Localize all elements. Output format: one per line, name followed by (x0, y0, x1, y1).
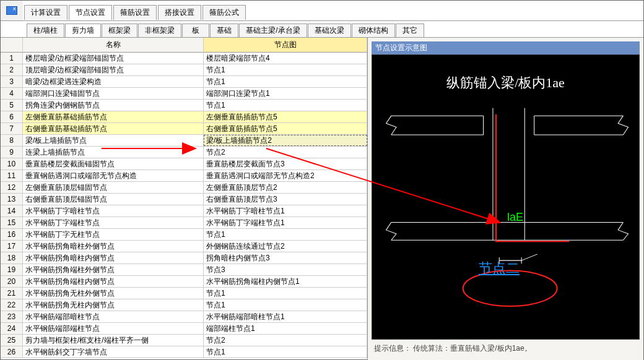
row-num: 24 (1, 323, 23, 334)
row-node[interactable]: 左侧垂直筋插筋节点5 (204, 111, 367, 122)
row-node[interactable]: 节点1 (204, 288, 367, 299)
table-row[interactable]: 9连梁上墙插筋节点节点2 (1, 147, 367, 158)
row-node[interactable]: 右侧垂直筋顶层节点3 (204, 194, 367, 205)
row-node[interactable]: 节点1 (204, 346, 367, 358)
table-row[interactable]: 22水平钢筋拐角无柱内侧节点节点1 (1, 299, 367, 311)
table-row[interactable]: 7右侧垂直筋基础插筋节点右侧垂直筋插筋节点5 (1, 123, 367, 135)
row-name: 水平钢筋端部暗柱节点 (23, 311, 204, 322)
row-name: 水平钢筋拐角无柱外侧节点 (23, 288, 204, 299)
row-name: 右侧垂直筋基础插筋节点 (23, 123, 204, 134)
row-node[interactable]: 垂直筋楼层变截面节点3 (204, 158, 367, 169)
window-icon[interactable] (1, 1, 23, 20)
table-row[interactable]: 24水平钢筋端部端柱节点端部端柱节点1 (1, 323, 367, 335)
sub-tab-3[interactable]: 非框架梁 (138, 24, 181, 37)
row-node[interactable]: 节点2 (204, 147, 367, 158)
table-row[interactable]: 1楼层暗梁/边框梁端部锚固节点楼层暗梁端部节点4 (1, 53, 367, 64)
table-row[interactable]: 16水平钢筋丁字无柱节点节点1 (1, 229, 367, 241)
sub-tab-1[interactable]: 剪力墙 (65, 24, 101, 37)
sub-tab-8[interactable]: 砌体结构 (352, 24, 395, 37)
row-node[interactable]: 水平钢筋丁字暗柱节点1 (204, 205, 367, 216)
main-tab-4[interactable]: 箍筋公式 (202, 5, 246, 20)
cad-drawing (372, 55, 639, 339)
table-row[interactable]: 17水平钢筋拐角暗柱外侧节点外侧钢筋连续通过节点2 (1, 241, 367, 252)
row-num: 17 (1, 241, 23, 252)
row-node[interactable]: 水平钢筋丁字端柱节点1 (204, 217, 367, 228)
row-node[interactable]: 左侧垂直筋顶层节点2 (204, 182, 367, 193)
sub-tab-9[interactable]: 其它 (396, 24, 424, 37)
row-num: 22 (1, 299, 23, 311)
row-node[interactable]: 端部洞口连梁节点1 (204, 88, 367, 99)
sub-tab-7[interactable]: 基础次梁 (308, 24, 351, 37)
table-row[interactable]: 8梁/板上墙插筋节点梁/板上墙插筋节点2 (1, 135, 367, 147)
row-node[interactable]: 拐角暗柱内侧节点3 (204, 252, 367, 264)
cad-title: 纵筋锚入梁/板内1ae (372, 74, 639, 92)
row-node[interactable]: 端部端柱节点1 (204, 323, 367, 334)
row-node[interactable]: 节点1 (204, 76, 367, 87)
row-num: 7 (1, 123, 23, 134)
table-row[interactable]: 14水平钢筋丁字暗柱节点水平钢筋丁字暗柱节点1 (1, 205, 367, 217)
row-node[interactable]: 外侧钢筋连续通过节点2 (204, 241, 367, 252)
table-row[interactable]: 26水平钢筋斜交丁字墙节点节点1 (1, 346, 367, 358)
node-table: 名称 节点图 1楼层暗梁/边框梁端部锚固节点楼层暗梁端部节点42顶层暗梁/边框梁… (1, 38, 368, 360)
main-tab-3[interactable]: 搭接设置 (158, 5, 201, 20)
row-num: 21 (1, 288, 23, 299)
row-node[interactable]: 楼层暗梁端部节点4 (204, 53, 367, 64)
row-num: 20 (1, 276, 23, 287)
row-name: 水平钢筋拐角端柱外侧节点 (23, 264, 204, 275)
table-row[interactable]: 18水平钢筋拐角暗柱内侧节点拐角暗柱内侧节点3 (1, 252, 367, 264)
row-name: 垂直筋楼层变截面锚固节点 (23, 158, 204, 169)
table-row[interactable]: 21水平钢筋拐角无柱外侧节点节点1 (1, 288, 367, 299)
row-num: 9 (1, 147, 23, 158)
table-row[interactable]: 11垂直钢筋遇洞口或端部无节点构造垂直筋遇洞口或端部无节点构造2 (1, 170, 367, 182)
row-name: 拐角连梁内侧钢筋节点 (23, 100, 204, 111)
main-tab-1[interactable]: 节点设置 (69, 5, 112, 20)
sub-tab-2[interactable]: 框架梁 (102, 24, 137, 37)
table-row[interactable]: 2顶层暗梁/边框梁端部锚固节点节点1 (1, 64, 367, 76)
svg-line-11 (521, 254, 537, 260)
table-row[interactable]: 6左侧垂直筋基础插筋节点左侧垂直筋插筋节点5 (1, 111, 367, 123)
row-num: 13 (1, 194, 23, 205)
table-row[interactable]: 20水平钢筋拐角端柱内侧节点水平钢筋拐角端柱内侧节点1 (1, 276, 367, 288)
row-num: 2 (1, 64, 23, 75)
row-name: 水平钢筋拐角端柱内侧节点 (23, 276, 204, 287)
row-num: 3 (1, 76, 23, 87)
table-row[interactable]: 13右侧垂直筋顶层锚固节点右侧垂直筋顶层节点3 (1, 194, 367, 205)
main-tab-2[interactable]: 箍筋设置 (113, 5, 157, 20)
main-tab-0[interactable]: 计算设置 (24, 5, 67, 20)
row-node[interactable]: 梁/板上墙插筋节点2 (204, 135, 367, 146)
row-node[interactable]: 垂直筋遇洞口或端部无节点构造2 (204, 170, 367, 181)
table-row[interactable]: 3暗梁/边框梁遇连梁构造节点1 (1, 76, 367, 88)
row-num: 1 (1, 53, 23, 64)
row-node[interactable]: 水平钢筋拐角端柱内侧节点1 (204, 276, 367, 287)
row-name: 水平钢筋丁字暗柱节点 (23, 205, 204, 216)
table-row[interactable]: 23水平钢筋端部暗柱节点水平钢筋端部暗柱节点1 (1, 311, 367, 323)
table-row[interactable]: 15水平钢筋丁字端柱节点水平钢筋丁字端柱节点1 (1, 217, 367, 229)
table-row[interactable]: 10垂直筋楼层变截面锚固节点垂直筋楼层变截面节点3 (1, 158, 367, 170)
row-node[interactable]: 节点1 (204, 299, 367, 311)
sub-tab-4[interactable]: 板 (182, 24, 209, 37)
cad-node2-link[interactable]: 节点二 (479, 259, 520, 278)
table-row[interactable]: 4端部洞口连梁锚固节点端部洞口连梁节点1 (1, 88, 367, 100)
row-num: 12 (1, 182, 23, 193)
row-num: 8 (1, 135, 23, 146)
row-name: 水平钢筋拐角暗柱外侧节点 (23, 241, 204, 252)
table-row[interactable]: 12左侧垂直筋顶层锚固节点左侧垂直筋顶层节点2 (1, 182, 367, 194)
preview-info: 提示信息： 传统算法：垂直筋锚入梁/板内1ae。 (372, 340, 640, 358)
table-row[interactable]: 25剪力墙与框架柱/框支柱/端柱平齐一侧节点2 (1, 335, 367, 346)
sub-tab-6[interactable]: 基础主梁/承台梁 (239, 24, 307, 37)
row-name: 剪力墙与框架柱/框支柱/端柱平齐一侧 (23, 335, 204, 346)
row-node[interactable]: 节点1 (204, 229, 367, 240)
sub-tab-5[interactable]: 基础 (210, 24, 238, 37)
row-node[interactable]: 右侧垂直筋插筋节点5 (204, 123, 367, 134)
sub-tab-0[interactable]: 柱/墙柱 (27, 24, 64, 37)
row-num: 10 (1, 158, 23, 169)
info-text: 传统算法：垂直筋锚入梁/板内1ae。 (413, 344, 531, 353)
table-row[interactable]: 19水平钢筋拐角端柱外侧节点节点3 (1, 264, 367, 276)
table-row[interactable]: 5拐角连梁内侧钢筋节点节点1 (1, 100, 367, 111)
row-node[interactable]: 节点2 (204, 335, 367, 346)
row-name: 左侧垂直筋顶层锚固节点 (23, 182, 204, 193)
row-node[interactable]: 节点3 (204, 264, 367, 275)
row-node[interactable]: 节点1 (204, 100, 367, 111)
row-node[interactable]: 水平钢筋端部暗柱节点1 (204, 311, 367, 322)
row-node[interactable]: 节点1 (204, 64, 367, 75)
